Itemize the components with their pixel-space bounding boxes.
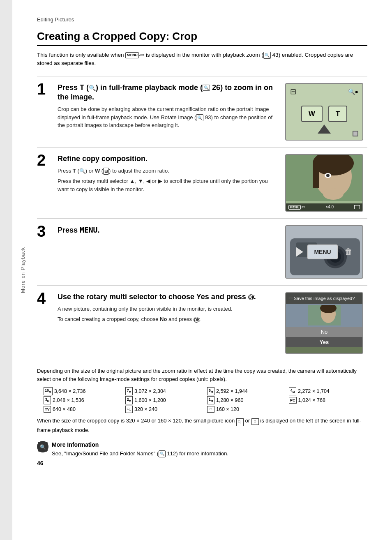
step-4-body2: To cancel creating a cropped copy, choos… <box>58 315 279 323</box>
page-title: Creating a Cropped Copy: Crop <box>37 30 367 46</box>
bottom-section: Depending on the size of the original pi… <box>37 367 367 458</box>
step-1-number: 1 <box>37 81 58 97</box>
step-1-body: Crop can be done by enlarging above the … <box>58 105 279 129</box>
svg-point-6 <box>323 188 344 200</box>
more-info-icon: 🔍 <box>37 441 48 452</box>
pixel-item: □ 160 × 120 <box>207 405 286 413</box>
save-header: Save this image as displayed? <box>286 293 362 304</box>
step-2-body1: Press T (🔍) or W (⊟) to adjust the zoom … <box>58 167 279 175</box>
step-1-content: Press T (🔍) in full-frame playback mode … <box>58 83 285 129</box>
step-4-heading: Use the rotary multi selector to choose … <box>58 292 279 302</box>
svg-rect-3 <box>313 163 319 188</box>
pixel-item: TV 640 × 480 <box>44 405 122 413</box>
step-2-body2: Press the rotary multi selector ▲, ▼, ◀ … <box>58 177 279 193</box>
step-3-content: Press MENU. <box>58 225 285 238</box>
step-4: 4 Use the rotary multi selector to choos… <box>37 285 367 360</box>
more-info-title: More Information <box>52 440 228 449</box>
crop-box <box>354 205 360 209</box>
svg-text:🔍: 🔍 <box>40 444 46 450</box>
pixel-item: 7M 3,072 × 2,304 <box>125 387 204 395</box>
step-4-image: ✂ Save this image as displayed? No <box>285 292 367 354</box>
pixel-item: PC 1,024 × 768 <box>289 396 367 404</box>
pixel-item: 5M 2,592 × 1,944 <box>207 387 286 395</box>
page-number: 46 <box>37 460 44 466</box>
ref-43: 🔍 <box>263 52 271 59</box>
step-1: 1 Press T (🔍) in full-frame playback mod… <box>37 76 367 147</box>
menu-icon: MENU <box>125 52 139 59</box>
pixel-item: 1M 1,280 × 960 <box>207 396 286 404</box>
more-info-text: See, "Image/Sound File and Folder Names"… <box>52 450 228 458</box>
step-2: 2 Refine copy composition. Press T (🔍) o… <box>37 147 367 218</box>
zoom-level: ×4.0 <box>325 205 334 209</box>
more-info: 🔍 More Information See, "Image/Sound Fil… <box>37 440 367 458</box>
bottom-intro: Depending on the size of the original pi… <box>37 367 367 384</box>
section-label: Editing Pictures <box>37 16 367 23</box>
pixel-item: 4M 2,272 × 1,704 <box>289 387 367 395</box>
step-2-number: 2 <box>37 152 58 168</box>
step-2-heading: Refine copy composition. <box>58 154 279 164</box>
more-info-content: More Information See, "Image/Sound File … <box>52 440 228 458</box>
pixel-item: 3M 2,048 × 1,536 <box>44 396 122 404</box>
step-1-image: ⊟ 🔍● W T <box>285 83 367 141</box>
svg-point-5 <box>326 174 330 177</box>
step-1-heading: Press T (🔍) in full-frame playback mode … <box>58 83 279 102</box>
intro-text: This function is only available when MEN… <box>37 51 367 68</box>
pixel-list: 10M 3,648 × 2,736 7M 3,072 × 2,304 5M 2,… <box>44 387 367 413</box>
pixel-item: □+ 320 × 240 <box>125 405 204 413</box>
bottom-note: When the size of the cropped copy is 320… <box>37 417 367 434</box>
side-bar: More on Playback <box>0 0 12 540</box>
step-4-content: Use the rotary multi selector to choose … <box>58 292 285 323</box>
step-2-image: MENU·✂ ×4.0 <box>285 154 367 212</box>
menu-status: MENU·✂ <box>288 205 305 210</box>
step-3-number: 3 <box>37 224 58 239</box>
step-4-body1: A new picture, containing only the porti… <box>58 305 279 313</box>
step-3-image: MENU 🗑 <box>285 225 367 279</box>
step-3: 3 Press MENU. <box>37 218 367 285</box>
step-3-heading: Press MENU. <box>58 225 279 235</box>
pixel-item: 10M 3,648 × 2,736 <box>44 387 122 395</box>
no-button[interactable]: No <box>286 327 362 337</box>
step-4-number: 4 <box>37 291 58 306</box>
yes-button[interactable]: Yes <box>286 337 362 347</box>
pixel-item: 2M 1,600 × 1,200 <box>125 396 204 404</box>
step-2-content: Refine copy composition. Press T (🔍) or … <box>58 154 285 194</box>
